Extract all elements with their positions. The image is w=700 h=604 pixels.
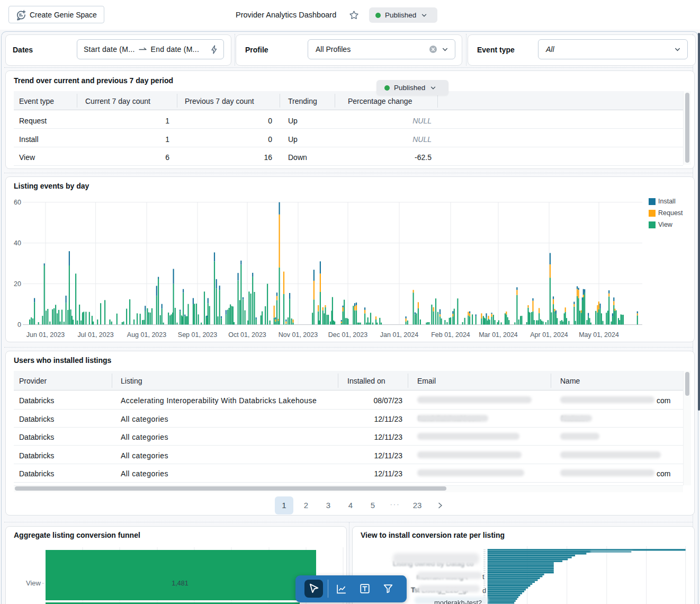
svg-text:20: 20 [14,280,21,288]
svg-text:Jun 01, 2023: Jun 01, 2023 [26,331,65,339]
svg-text:Feb 01, 2024: Feb 01, 2024 [431,331,470,339]
svg-text:60: 60 [14,199,21,206]
svg-text:Nov 01, 2023: Nov 01, 2023 [279,331,318,339]
svg-text:Mar 01, 2024: Mar 01, 2024 [479,331,518,339]
svg-text:Dec 01, 2023: Dec 01, 2023 [328,331,367,339]
svg-text:Aug 01, 2023: Aug 01, 2023 [127,331,166,339]
svg-text:Jul 01, 2023: Jul 01, 2023 [78,331,114,339]
svg-text:View: View [26,579,41,587]
svg-text:1,481: 1,481 [172,580,188,587]
svg-text:Apr 01, 2024: Apr 01, 2024 [530,331,568,339]
svg-text:40: 40 [14,239,21,247]
svg-text:May 01, 2024: May 01, 2024 [579,331,619,339]
svg-text:Jan 01, 2024: Jan 01, 2024 [380,331,418,339]
svg-text:Oct 01, 2023: Oct 01, 2023 [228,331,266,339]
svg-text:Sep 01, 2023: Sep 01, 2023 [178,331,217,339]
svg-text:0: 0 [17,321,21,328]
